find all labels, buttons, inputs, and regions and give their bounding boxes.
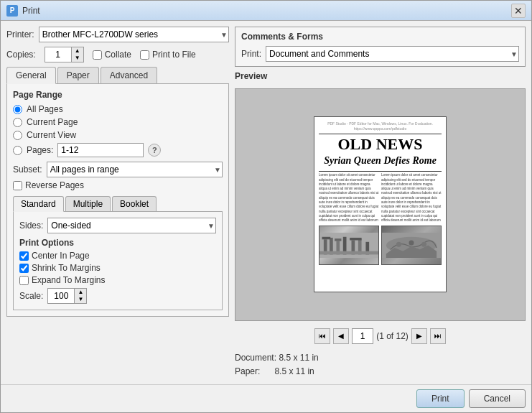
center-in-page-label: Center In Page — [32, 251, 90, 261]
svg-point-16 — [421, 241, 426, 246]
print-to-file-checkbox[interactable] — [140, 50, 149, 60]
sides-select-wrapper: One-sided ▼ — [47, 218, 216, 233]
current-view-radio[interactable] — [13, 131, 22, 140]
comments-forms-row: Print: Document and Comments ▼ — [241, 46, 519, 62]
sides-select[interactable]: One-sided — [47, 218, 216, 233]
pages-help-button[interactable]: ? — [148, 144, 161, 157]
comments-select-wrapper: Document and Comments ▼ — [266, 46, 519, 62]
print-to-file-label[interactable]: Print to File — [140, 50, 196, 60]
copies-spinner: ▲ ▼ — [45, 47, 84, 62]
copies-spin-buttons: ▲ ▼ — [71, 47, 83, 62]
subset-row: Subset: All pages in range ▼ — [13, 162, 223, 177]
prev-page-button[interactable]: ◀ — [333, 328, 349, 344]
printer-label: Printer: — [6, 29, 34, 40]
left-panel: Printer: Brother MFC-L2700DW series ▼ Co… — [6, 27, 229, 379]
document-info: Document: 8.5 x 11 in Paper: 8.5 x 11 in — [235, 351, 526, 379]
scale-input[interactable] — [48, 289, 74, 303]
preview-watermark: PDF Studio - PDF Editor for Mac, Windows… — [319, 121, 442, 131]
copies-label: Copies: — [6, 50, 36, 60]
sides-row: Sides: One-sided ▼ — [19, 218, 216, 233]
current-view-option[interactable]: Current View — [13, 130, 223, 140]
reverse-row: Reverse Pages — [13, 180, 223, 190]
pages-label: Pages: — [27, 145, 53, 155]
pages-option[interactable]: Pages: — [13, 145, 53, 155]
all-pages-label: All Pages — [27, 104, 63, 114]
pages-input[interactable] — [57, 143, 144, 157]
tab-multiple[interactable]: Multiple — [65, 196, 111, 211]
expand-to-margins-row: Expand To Margins — [19, 275, 216, 285]
preview-page: PDF Studio - PDF Editor for Mac, Windows… — [314, 116, 447, 292]
first-page-button[interactable]: ⏮ — [314, 328, 330, 344]
all-pages-option[interactable]: All Pages — [13, 104, 223, 114]
preview-image-bottom — [381, 226, 442, 265]
last-page-button[interactable]: ⏭ — [430, 328, 446, 344]
general-tab-content: Page Range All Pages Current Page Cur — [6, 84, 229, 317]
copies-up-button[interactable]: ▲ — [72, 47, 83, 55]
preview-columns: Lorem ipsum dolor sit amet consectetur a… — [319, 173, 442, 287]
scale-row: Scale: ▲ ▼ — [19, 288, 216, 304]
copies-down-button[interactable]: ▼ — [72, 55, 83, 62]
tab-advanced[interactable]: Advanced — [101, 67, 157, 83]
page-number-input[interactable] — [352, 328, 373, 344]
sides-label: Sides: — [19, 221, 43, 231]
page-total: (1 of 12) — [376, 331, 409, 341]
subset-select-wrapper: All pages in range ▼ — [47, 162, 223, 177]
reverse-pages-checkbox[interactable] — [13, 181, 22, 190]
standard-tab-content: Sides: One-sided ▼ Print Options — [13, 212, 223, 310]
cancel-button[interactable]: Cancel — [469, 389, 526, 408]
current-page-option[interactable]: Current Page — [13, 117, 223, 127]
tab-general[interactable]: General — [6, 67, 56, 84]
tab-paper[interactable]: Paper — [57, 67, 99, 83]
current-page-radio[interactable] — [13, 118, 22, 127]
tab-booklet[interactable]: Booklet — [112, 196, 157, 211]
bottom-bar: Print Cancel — [1, 384, 531, 412]
copies-row: Copies: ▲ ▼ Collate Print to File — [6, 47, 229, 62]
comments-forms-box: Comments & Forms Print: Document and Com… — [235, 27, 526, 67]
print-dialog: P Print ✕ Printer: Brother MFC-L2700DW s… — [0, 0, 532, 413]
subset-select[interactable]: All pages in range — [47, 162, 223, 177]
document-label: Document: — [235, 353, 276, 363]
shrink-to-margins-label: Shrink To Margins — [32, 263, 101, 273]
scale-down-button[interactable]: ▼ — [75, 296, 86, 303]
svg-rect-9 — [322, 236, 331, 239]
shrink-to-margins-checkbox[interactable] — [19, 264, 29, 273]
preview-col-right: Lorem ipsum dolor sit amet consectetur a… — [381, 173, 442, 287]
preview-headline: OLD NEWS — [319, 136, 442, 153]
preview-box: PDF Studio - PDF Editor for Mac, Windows… — [235, 88, 526, 321]
main-tabs: General Paper Advanced Page Range All Pa… — [6, 67, 229, 317]
current-view-label: Current View — [27, 130, 76, 140]
scale-up-button[interactable]: ▲ — [75, 289, 86, 296]
printer-select[interactable]: Brother MFC-L2700DW series — [39, 27, 229, 42]
collate-checkbox-label[interactable]: Collate — [93, 50, 131, 60]
all-pages-radio[interactable] — [13, 105, 22, 114]
page-range-title: Page Range — [13, 90, 223, 100]
tab-standard[interactable]: Standard — [13, 196, 64, 212]
paper-size: 8.5 x 11 in — [274, 366, 314, 376]
collate-label: Collate — [105, 50, 131, 60]
center-in-page-row: Center In Page — [19, 251, 216, 261]
document-size-row: Document: 8.5 x 11 in — [235, 351, 526, 365]
preview-separator-top — [319, 134, 442, 134]
copies-input[interactable] — [45, 47, 71, 62]
print-button[interactable]: Print — [416, 389, 465, 408]
collate-checkbox[interactable] — [93, 50, 102, 60]
shrink-to-margins-row: Shrink To Margins — [19, 263, 216, 273]
right-panel: Comments & Forms Print: Document and Com… — [235, 27, 526, 379]
close-button[interactable]: ✕ — [511, 4, 526, 18]
main-tab-bar: General Paper Advanced — [6, 67, 229, 84]
printer-row: Printer: Brother MFC-L2700DW series ▼ — [6, 27, 229, 42]
preview-label: Preview — [235, 71, 526, 81]
current-page-label: Current Page — [27, 117, 78, 127]
center-in-page-checkbox[interactable] — [19, 251, 29, 261]
expand-to-margins-checkbox[interactable] — [19, 276, 29, 285]
preview-image-top — [319, 226, 379, 265]
next-page-button[interactable]: ▶ — [411, 328, 427, 344]
print-to-file-text: Print to File — [152, 50, 196, 60]
pages-radio[interactable] — [13, 146, 22, 155]
svg-point-15 — [409, 240, 414, 245]
svg-point-14 — [396, 241, 401, 246]
page-range-options: All Pages Current Page Current View — [13, 104, 223, 157]
comments-select[interactable]: Document and Comments — [266, 46, 519, 62]
reverse-pages-label[interactable]: Reverse Pages — [13, 180, 223, 190]
preview-separator-mid — [319, 171, 442, 172]
